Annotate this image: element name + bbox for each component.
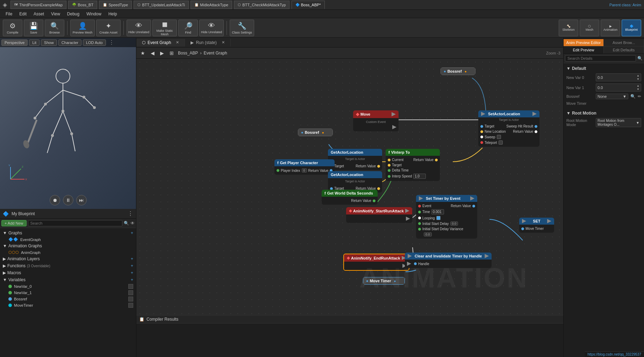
pause-button[interactable]: ⏸ xyxy=(63,195,73,205)
bossref-edit-icon[interactable]: ✏ xyxy=(638,94,641,99)
tab-edit-preview[interactable]: Edit Preview xyxy=(564,46,604,53)
eye-icon[interactable]: 👁 xyxy=(130,221,135,226)
node-graph[interactable]: ● Bossref ● ◆ Move Custom Event xyxy=(136,59,563,315)
vinterp-speed-value[interactable]: 1.0 xyxy=(413,174,426,179)
node-set-actor-location[interactable]: SetActorLocation Target is Actor Target … xyxy=(478,110,539,147)
new-var-1-spinner[interactable]: ▲ ▼ xyxy=(637,84,639,91)
perspective-button[interactable]: Perspective xyxy=(1,39,28,46)
add-variable-icon[interactable]: + xyxy=(131,277,133,282)
add-layer-icon[interactable]: + xyxy=(131,256,133,261)
menu-debug[interactable]: Debug xyxy=(64,11,83,17)
hide-unrelated-1-button[interactable]: 👁 Hide Unrelated xyxy=(127,20,151,36)
tab-asset-browser[interactable]: Asset Brow... xyxy=(604,39,644,46)
node-move[interactable]: ◆ Move Custom Event xyxy=(353,110,399,131)
st-time-value[interactable]: 0.001 xyxy=(431,209,444,214)
node-anim-start[interactable]: ◆ AnimNotify_StartRunAttack xyxy=(346,207,412,223)
blueprint-search-input[interactable] xyxy=(28,220,122,226)
bp-section-macros-header[interactable]: ▶ Macros + xyxy=(0,269,136,276)
bp-section-variables-header[interactable]: ▼ Variables + xyxy=(0,276,136,283)
character-button[interactable]: Character xyxy=(58,39,81,46)
new-var-0-up-icon[interactable]: ▲ xyxy=(637,74,639,77)
find-button[interactable]: 🔎 Find xyxy=(178,20,198,36)
close-tab-2-icon[interactable]: ✕ xyxy=(222,40,225,45)
node-get-actor-loc-2[interactable]: GetActorLocation Target is Actor Target … xyxy=(328,171,382,192)
tab-boss-abp[interactable]: 🔷 Boss_ABP* xyxy=(292,1,325,9)
tab-boss-bt[interactable]: 🌳 Boss_BT xyxy=(68,1,97,9)
st-init-delay-var-val[interactable]: 0.0 xyxy=(424,232,432,236)
search-icon[interactable]: 🔍 xyxy=(124,221,129,226)
add-new-button[interactable]: + Add New xyxy=(1,220,27,226)
tab-speed-type[interactable]: 📋 SpeedType xyxy=(99,1,132,9)
forward-button[interactable]: ⏭ xyxy=(76,195,87,205)
hide-unrelated-2-button[interactable]: 👁 Hide Unrelated xyxy=(199,20,224,36)
tab-btt-check[interactable]: ⬡ BTT_CheckMidAttackTyp xyxy=(234,1,289,9)
bp-section-anim-header[interactable]: ▼ Animation Graphs xyxy=(0,242,136,249)
bp-item-event-graph[interactable]: 🔷🔷 EventGraph xyxy=(0,236,136,242)
preview-mesh-button[interactable]: 👤 Preview Mesh xyxy=(70,20,95,36)
forward-button-graph[interactable]: ▶ xyxy=(159,50,165,57)
new-var-1-up-icon[interactable]: ▲ xyxy=(637,84,639,87)
new-var-0-spinner[interactable]: ▲ ▼ xyxy=(637,74,639,81)
browse-button[interactable]: 🔍 Browse xyxy=(45,20,64,36)
bp-item-move-timer[interactable]: MoveTimer xyxy=(0,302,136,308)
menu-help[interactable]: Help xyxy=(105,11,121,17)
tab-midle-attack[interactable]: 📋 MidleAttackType xyxy=(191,1,232,9)
grid-button[interactable]: ⊞ xyxy=(168,50,175,57)
tab-edit-defaults[interactable]: Edit Defaults xyxy=(604,46,644,53)
tab-third-person[interactable]: 🗺 ThirdPersonExampleMap xyxy=(10,1,66,9)
animation-mode-button[interactable]: ▶ Animation xyxy=(601,20,620,36)
details-bossref-dropdown[interactable]: None ▼ xyxy=(596,94,628,99)
sal-teleport-checkbox[interactable] xyxy=(499,140,503,145)
menu-asset[interactable]: Asset xyxy=(30,11,48,17)
bp-section-anim-layers-header[interactable]: ▶ Animation Layers + xyxy=(0,255,136,262)
node-get-player-char[interactable]: f Get Player Character Player Index 0 Re… xyxy=(274,159,335,175)
menu-edit[interactable]: Edit xyxy=(16,11,30,17)
node-set[interactable]: SET Move Timer xyxy=(519,218,554,233)
sal-sweep-checkbox[interactable] xyxy=(497,135,501,139)
skeleton-mode-button[interactable]: 🦴 Skeleton xyxy=(559,20,578,36)
compile-button[interactable]: ⚙ Compile xyxy=(3,20,22,36)
bp-item-new-var-0[interactable]: NewVar_0 xyxy=(0,283,136,290)
add-function-icon[interactable]: + xyxy=(131,263,133,268)
node-bossref-2[interactable]: ● Bossref ● xyxy=(298,129,333,136)
bp-item-new-var-1[interactable]: NewVar_1 xyxy=(0,290,136,296)
st-init-delay-val[interactable]: 0.0 xyxy=(450,221,458,226)
tab-anim-preview[interactable]: Anim Preview Editor xyxy=(564,39,604,46)
show-button[interactable]: Show xyxy=(41,39,57,46)
bp-item-anim-graph[interactable]: ⬡⬡⬡ AnimGraph xyxy=(0,249,136,255)
add-graph-icon[interactable]: + xyxy=(131,231,133,235)
menu-file[interactable]: File xyxy=(2,11,16,17)
tab-run-state[interactable]: ▶ Run (state) ✕ xyxy=(185,39,230,46)
bp-item-bossref[interactable]: Bossref xyxy=(0,296,136,302)
menu-window[interactable]: Window xyxy=(83,11,105,17)
mesh-mode-button[interactable]: ⬡ Mesh xyxy=(580,20,599,36)
new-var-1-down-icon[interactable]: ▼ xyxy=(637,88,639,91)
class-settings-button[interactable]: 🔧 Class Settings xyxy=(230,20,254,36)
add-macro-icon[interactable]: + xyxy=(131,270,133,275)
menu-view[interactable]: View xyxy=(48,11,64,17)
close-tab-icon[interactable]: ✕ xyxy=(176,40,179,45)
gpc-player-idx-val[interactable]: 0 xyxy=(302,168,307,173)
blueprint-options-icon[interactable]: ⋮ xyxy=(128,210,133,217)
create-asset-button[interactable]: ✦ Create Asset xyxy=(96,20,121,36)
node-bossref-1[interactable]: ● Bossref ● xyxy=(441,67,475,75)
lod-button[interactable]: LOD Auto xyxy=(83,39,106,46)
back-button[interactable]: ◀ xyxy=(149,50,156,57)
lit-button[interactable]: Lit xyxy=(29,39,40,46)
node-get-actor-loc-1[interactable]: GetActorLocation Target is Actor Target … xyxy=(328,149,382,170)
st-looping-checkbox[interactable] xyxy=(436,216,441,220)
blueprint-mode-button[interactable]: 🔷 Blueprint xyxy=(622,20,641,36)
tab-btt-update[interactable]: ⬡ BTT_UpdateLastAttackTi xyxy=(134,1,188,9)
save-button[interactable]: 💾 Save xyxy=(24,20,43,36)
tab-event-graph[interactable]: ⬡ Event Graph ✕ xyxy=(136,39,185,46)
new-var-0-down-icon[interactable]: ▼ xyxy=(637,78,639,81)
details-root-motion-dropdown[interactable]: Root Motion from Montages O... ▼ xyxy=(596,118,641,127)
node-vinterp-to[interactable]: f VInterp To Current Return Value Target xyxy=(386,149,440,181)
bp-section-graphs-header[interactable]: ▼ Graphs + xyxy=(0,230,136,236)
node-set-timer[interactable]: Set Timer by Event Event Return Value Ti… xyxy=(416,195,477,239)
node-get-world-delta[interactable]: f Get World Delta Seconds Return Value xyxy=(322,190,378,205)
make-static-button[interactable]: ◼ Make Static Mesh xyxy=(152,20,177,36)
bp-section-functions-header[interactable]: ▶ Functions (3 Overridable) + xyxy=(0,262,136,269)
play-button[interactable]: ⏺ xyxy=(50,195,60,205)
bossref-search-icon[interactable]: 🔍 xyxy=(630,94,636,99)
